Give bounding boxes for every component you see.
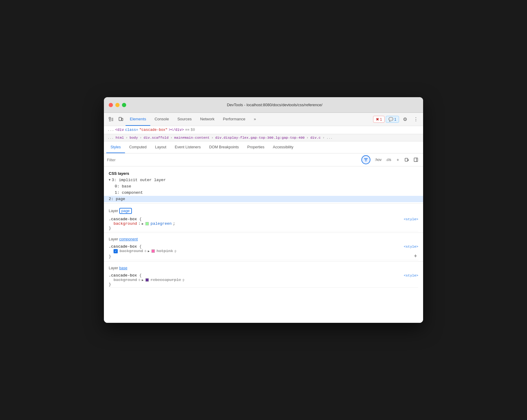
tab-elements[interactable]: Elements	[126, 113, 150, 126]
cls-button[interactable]: .cls	[384, 157, 393, 163]
add-style-rule-button[interactable]: +	[394, 156, 402, 164]
tab-styles[interactable]: Styles	[106, 141, 125, 153]
css-property-background-palegreen: background : ▶ palegreen ;	[109, 221, 418, 226]
tab-accessibility[interactable]: Accessibility	[269, 141, 298, 153]
settings-button[interactable]: ⚙	[400, 115, 410, 124]
color-swatch-rebeccapurple[interactable]	[145, 278, 149, 282]
filter-bar: :hov .cls +	[104, 153, 423, 166]
svg-rect-6	[405, 158, 408, 161]
topbar-right: ✖ 1 💬 1 ⚙ ⋮	[373, 115, 421, 124]
svg-rect-5	[365, 161, 366, 161]
close-button[interactable]	[109, 103, 113, 107]
layer-component-header: Layer component	[109, 235, 418, 243]
svg-rect-7	[414, 158, 418, 162]
tab-computed[interactable]: Computed	[125, 141, 151, 153]
css-rule-base: .cascade-box { <style> background : ▶ re…	[109, 272, 418, 288]
svg-rect-3	[364, 158, 368, 159]
device-toggle-button[interactable]	[116, 115, 126, 124]
tree-item-base[interactable]: 0: base	[115, 183, 418, 190]
layer-component-section: Layer component .cascade-box { <style> ✓…	[109, 235, 418, 260]
devtools-window: DevTools - localhost:8080/docs/devtools/…	[104, 97, 423, 323]
info-icon: 💬	[388, 117, 393, 122]
tab-more[interactable]: »	[250, 113, 260, 126]
error-badge[interactable]: ✖ 1	[373, 116, 385, 123]
maximize-button[interactable]	[122, 103, 126, 107]
selected-node-bar: ... <div class="cascade-box"></div> == $…	[104, 126, 423, 134]
tab-performance[interactable]: Performance	[219, 113, 249, 126]
css-layers-heading: CSS layers	[109, 170, 418, 177]
styles-panel: CSS layers ▼ 3: implicit outer layer 0: …	[104, 166, 423, 323]
css-source-page[interactable]: <style>	[404, 217, 418, 221]
css-property-background-rebeccapurple: background : ▶ rebeccapurple ;	[109, 278, 418, 282]
titlebar: DevTools - localhost:8080/docs/devtools/…	[104, 97, 423, 113]
divider	[104, 203, 423, 204]
css-source-component[interactable]: <style>	[404, 245, 418, 249]
tree-item-implicit[interactable]: ▼ 3: implicit outer layer	[109, 177, 418, 183]
layer-base-header: Layer base	[109, 264, 418, 272]
property-checkbox[interactable]: ✓	[114, 249, 118, 253]
color-swatch-palegreen[interactable]	[145, 222, 149, 225]
add-property-button[interactable]: +	[414, 253, 417, 259]
css-property-background-hotpink: ✓ background : ▶ hotpink ;	[109, 249, 418, 253]
css-layers-tree: ▼ 3: implicit outer layer 0: base 1: com…	[109, 177, 418, 202]
tree-arrow: ▼	[109, 178, 111, 182]
svg-rect-0	[109, 117, 111, 119]
layer-base-section: Layer base .cascade-box { <style> backgr…	[109, 264, 418, 288]
css-rule-page: .cascade-box { <style> background : ▶ pa…	[109, 216, 418, 231]
css-selector-page: .cascade-box {	[109, 217, 142, 221]
css-rule-component: .cascade-box { <style> ✓ background : ▶ …	[109, 243, 418, 260]
tab-event-listeners[interactable]: Event Listeners	[170, 141, 205, 153]
svg-rect-4	[365, 159, 367, 160]
hov-button[interactable]: :hov	[373, 157, 383, 163]
layer-page-header: Layer page	[109, 206, 418, 216]
tab-console[interactable]: Console	[150, 113, 173, 126]
inspect-element-button[interactable]	[106, 115, 116, 124]
tab-dom-breakpoints[interactable]: DOM Breakpoints	[205, 141, 243, 153]
devtools-tabs: Elements Console Sources Network Perform…	[126, 113, 373, 126]
svg-rect-1	[119, 117, 121, 121]
tree-item-page[interactable]: 2: page	[104, 196, 423, 202]
layers-filter-button[interactable]	[361, 155, 370, 164]
layer-component-link[interactable]: component	[119, 237, 138, 241]
info-badge[interactable]: 💬 1	[386, 116, 399, 123]
tab-layout[interactable]: Layout	[151, 141, 171, 153]
divider-2	[104, 233, 423, 233]
devtools-topbar: Elements Console Sources Network Perform…	[104, 113, 423, 126]
window-title: DevTools - localhost:8080/docs/devtools/…	[131, 103, 418, 107]
toggle-sidebar-button[interactable]	[412, 156, 420, 164]
traffic-lights	[109, 103, 126, 107]
tree-item-component[interactable]: 1: component	[115, 190, 418, 196]
error-icon: ✖	[376, 117, 379, 122]
tab-sources[interactable]: Sources	[173, 113, 196, 126]
new-style-rule-button[interactable]	[403, 156, 411, 164]
layer-page-section: Layer page .cascade-box { <style> backgr…	[109, 206, 418, 231]
panel-tabs: Styles Computed Layout Event Listeners D…	[104, 141, 423, 153]
tab-properties[interactable]: Properties	[243, 141, 269, 153]
svg-rect-2	[122, 118, 123, 121]
divider-3	[104, 261, 423, 262]
css-source-base[interactable]: <style>	[404, 273, 418, 277]
css-selector-component: .cascade-box {	[109, 244, 142, 249]
dom-path-bar: ... html › body › div.scaffold › main#ma…	[104, 134, 423, 141]
tab-network[interactable]: Network	[196, 113, 219, 126]
css-selector-base: .cascade-box {	[109, 273, 142, 278]
filter-input[interactable]	[107, 158, 359, 162]
layer-base-link[interactable]: base	[119, 266, 127, 270]
more-options-button[interactable]: ⋮	[411, 115, 421, 124]
color-swatch-hotpink[interactable]	[151, 249, 155, 253]
minimize-button[interactable]	[115, 103, 120, 107]
layer-page-link[interactable]: page	[119, 208, 132, 214]
